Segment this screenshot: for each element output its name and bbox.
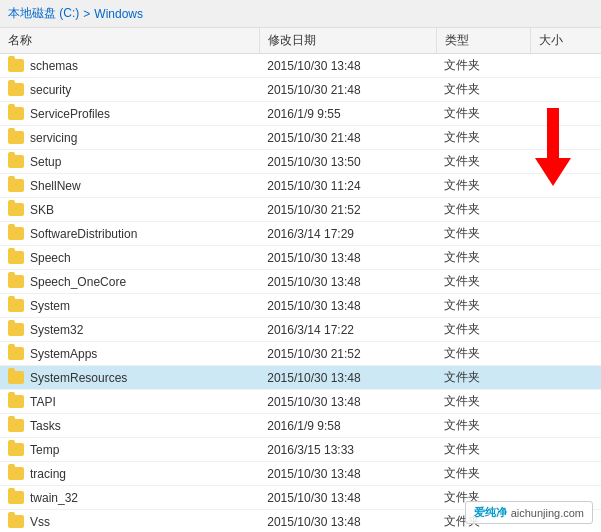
- file-size-cell: [530, 102, 601, 126]
- table-row[interactable]: Speech2015/10/30 13:48文件夹: [0, 246, 601, 270]
- file-name-cell: servicing: [0, 126, 259, 150]
- table-row[interactable]: security2015/10/30 21:48文件夹: [0, 78, 601, 102]
- table-row[interactable]: TAPI2015/10/30 13:48文件夹: [0, 390, 601, 414]
- table-row[interactable]: SKB2015/10/30 21:52文件夹: [0, 198, 601, 222]
- file-date-cell: 2015/10/30 13:48: [259, 270, 436, 294]
- file-date-cell: 2015/10/30 13:48: [259, 294, 436, 318]
- col-size-header[interactable]: 大小: [530, 28, 601, 54]
- file-name-label: SKB: [30, 203, 54, 217]
- file-size-cell: [530, 438, 601, 462]
- file-name-cell: ServiceProfiles: [0, 102, 259, 126]
- file-name-label: ServiceProfiles: [30, 107, 110, 121]
- file-size-cell: [530, 342, 601, 366]
- file-date-cell: 2015/10/30 21:52: [259, 198, 436, 222]
- table-row[interactable]: ServiceProfiles2016/1/9 9:55文件夹: [0, 102, 601, 126]
- file-date-cell: 2015/10/30 21:48: [259, 126, 436, 150]
- file-name-label: TAPI: [30, 395, 56, 409]
- file-size-cell: [530, 78, 601, 102]
- file-name-cell: TAPI: [0, 390, 259, 414]
- table-row[interactable]: servicing2015/10/30 21:48文件夹: [0, 126, 601, 150]
- breadcrumb-windows[interactable]: Windows: [94, 7, 143, 21]
- table-row[interactable]: Temp2016/3/15 13:33文件夹: [0, 438, 601, 462]
- file-name-cell: SKB: [0, 198, 259, 222]
- watermark: 爱纯净 aichunjing.com: [465, 501, 593, 524]
- file-name-label: SystemApps: [30, 347, 97, 361]
- folder-icon: [8, 251, 24, 264]
- watermark-logo: 爱纯净: [474, 505, 507, 520]
- file-type-cell: 文件夹: [436, 270, 530, 294]
- folder-icon: [8, 371, 24, 384]
- file-size-cell: [530, 270, 601, 294]
- table-header: 名称 修改日期 类型 大小: [0, 28, 601, 54]
- folder-icon: [8, 107, 24, 120]
- file-size-cell: [530, 390, 601, 414]
- file-name-label: schemas: [30, 59, 78, 73]
- table-row[interactable]: SystemResources2015/10/30 13:48文件夹: [0, 366, 601, 390]
- file-name-label: Vss: [30, 515, 50, 529]
- watermark-url: aichunjing.com: [511, 507, 584, 519]
- file-name-label: Setup: [30, 155, 61, 169]
- folder-icon: [8, 59, 24, 72]
- table-row[interactable]: System2015/10/30 13:48文件夹: [0, 294, 601, 318]
- file-size-cell: [530, 366, 601, 390]
- file-type-cell: 文件夹: [436, 54, 530, 78]
- file-name-label: System32: [30, 323, 83, 337]
- file-name-cell: Setup: [0, 150, 259, 174]
- table-row[interactable]: ShellNew2015/10/30 11:24文件夹: [0, 174, 601, 198]
- col-name-header[interactable]: 名称: [0, 28, 259, 54]
- folder-icon: [8, 155, 24, 168]
- file-type-cell: 文件夹: [436, 294, 530, 318]
- file-name-cell: Temp: [0, 438, 259, 462]
- col-date-header[interactable]: 修改日期: [259, 28, 436, 54]
- file-type-cell: 文件夹: [436, 198, 530, 222]
- folder-icon: [8, 299, 24, 312]
- file-date-cell: 2015/10/30 13:48: [259, 510, 436, 533]
- file-name-cell: Speech: [0, 246, 259, 270]
- file-name-cell: Speech_OneCore: [0, 270, 259, 294]
- breadcrumb-bar: 本地磁盘 (C:) > Windows: [0, 0, 601, 28]
- col-type-header[interactable]: 类型: [436, 28, 530, 54]
- file-name-label: Speech_OneCore: [30, 275, 126, 289]
- file-name-cell: ShellNew: [0, 174, 259, 198]
- table-row[interactable]: Setup2015/10/30 13:50文件夹: [0, 150, 601, 174]
- file-type-cell: 文件夹: [436, 78, 530, 102]
- file-size-cell: [530, 318, 601, 342]
- file-name-cell: Vss: [0, 510, 259, 533]
- file-size-cell: [530, 246, 601, 270]
- folder-icon: [8, 467, 24, 480]
- file-name-label: SystemResources: [30, 371, 127, 385]
- table-row[interactable]: System322016/3/14 17:22文件夹: [0, 318, 601, 342]
- table-row[interactable]: schemas2015/10/30 13:48文件夹: [0, 54, 601, 78]
- file-type-cell: 文件夹: [436, 318, 530, 342]
- table-row[interactable]: SoftwareDistribution2016/3/14 17:29文件夹: [0, 222, 601, 246]
- file-size-cell: [530, 294, 601, 318]
- file-type-cell: 文件夹: [436, 414, 530, 438]
- file-type-cell: 文件夹: [436, 126, 530, 150]
- folder-icon: [8, 347, 24, 360]
- file-table: 名称 修改日期 类型 大小 schemas2015/10/30 13:48文件夹…: [0, 28, 601, 532]
- folder-icon: [8, 227, 24, 240]
- file-type-cell: 文件夹: [436, 102, 530, 126]
- file-date-cell: 2015/10/30 21:48: [259, 78, 436, 102]
- file-list-container: 名称 修改日期 类型 大小 schemas2015/10/30 13:48文件夹…: [0, 28, 601, 532]
- file-date-cell: 2015/10/30 13:48: [259, 486, 436, 510]
- file-name-label: Tasks: [30, 419, 61, 433]
- file-date-cell: 2016/3/15 13:33: [259, 438, 436, 462]
- file-date-cell: 2015/10/30 21:52: [259, 342, 436, 366]
- table-row[interactable]: SystemApps2015/10/30 21:52文件夹: [0, 342, 601, 366]
- file-date-cell: 2016/3/14 17:22: [259, 318, 436, 342]
- file-type-cell: 文件夹: [436, 246, 530, 270]
- file-type-cell: 文件夹: [436, 174, 530, 198]
- breadcrumb-pc[interactable]: 本地磁盘 (C:): [8, 5, 79, 22]
- file-type-cell: 文件夹: [436, 438, 530, 462]
- file-type-cell: 文件夹: [436, 462, 530, 486]
- file-date-cell: 2015/10/30 13:48: [259, 54, 436, 78]
- file-name-label: servicing: [30, 131, 77, 145]
- folder-icon: [8, 203, 24, 216]
- table-row[interactable]: tracing2015/10/30 13:48文件夹: [0, 462, 601, 486]
- folder-icon: [8, 323, 24, 336]
- table-row[interactable]: Speech_OneCore2015/10/30 13:48文件夹: [0, 270, 601, 294]
- file-name-cell: security: [0, 78, 259, 102]
- table-row[interactable]: Tasks2016/1/9 9:58文件夹: [0, 414, 601, 438]
- file-type-cell: 文件夹: [436, 342, 530, 366]
